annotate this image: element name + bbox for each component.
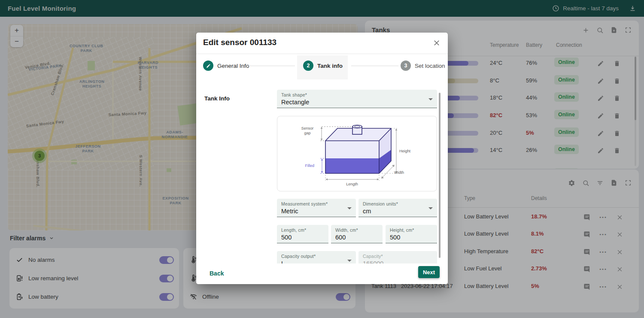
delete-icon[interactable]	[612, 146, 622, 155]
map-label: JEFFERSON PARK	[75, 144, 100, 154]
step-connector	[351, 66, 398, 66]
delete-icon[interactable]	[612, 94, 622, 103]
battery-value: 53%	[526, 112, 537, 118]
download-icon[interactable]	[629, 5, 636, 12]
length-input[interactable]: Length, cm* 500	[277, 225, 328, 243]
modal-scrollbar-thumb[interactable]	[439, 93, 440, 258]
temperature-value: 20°C	[490, 130, 502, 136]
search-icon[interactable]	[581, 178, 590, 188]
comment-icon[interactable]	[582, 247, 592, 257]
diagram-height-label: Height	[399, 149, 411, 153]
status-badge: Online	[554, 110, 579, 119]
step-set-location[interactable]: 3 Set location	[401, 61, 445, 71]
height-input[interactable]: Height, cm* 500	[386, 225, 437, 243]
scrollbar-thumb[interactable]	[635, 57, 636, 120]
close-icon[interactable]	[431, 38, 442, 48]
temperature-value: 24°C	[490, 60, 502, 66]
low-battery-toggle[interactable]	[159, 293, 174, 301]
fullscreen-icon[interactable]	[623, 25, 633, 35]
fullscreen-icon[interactable]	[623, 178, 633, 188]
step-general-info[interactable]: General Info	[203, 61, 249, 71]
status-badge: Online	[554, 127, 579, 137]
filter-label: No alarms	[28, 257, 159, 263]
field-label: Tank shape*	[281, 92, 433, 97]
alarm-details: 5%	[531, 283, 539, 289]
filter-icon[interactable]	[595, 178, 605, 188]
alarm-details: 2.73%	[531, 265, 547, 272]
section-label: Tank Info	[204, 95, 230, 102]
wifi-off-icon	[188, 292, 198, 302]
filter-label: Low battery	[28, 294, 159, 300]
settings-icon[interactable]	[567, 178, 576, 188]
low-level-toggle[interactable]	[159, 275, 174, 282]
dismiss-icon[interactable]	[615, 264, 624, 274]
comment-icon[interactable]	[582, 264, 592, 274]
status-badge: Online	[554, 92, 579, 102]
field-value: 600	[335, 234, 378, 241]
dismiss-icon[interactable]	[615, 247, 624, 257]
fuel-level-bar	[443, 131, 478, 136]
field-label: Measurement system*	[281, 201, 352, 206]
step-label: Set location	[415, 63, 445, 69]
tank-shape-select[interactable]: Tank shape* Rectangle	[277, 90, 437, 108]
dismiss-icon[interactable]	[615, 282, 624, 291]
low-battery-icon	[15, 292, 24, 302]
filter-group-1: No alarms Low remaning level	[9, 248, 179, 309]
more-actions-icon[interactable]: •••	[598, 282, 608, 291]
step-connector	[248, 66, 295, 66]
step-label: Tank info	[317, 63, 343, 69]
dropdown-arrow-icon	[428, 207, 433, 209]
more-actions-icon[interactable]: •••	[598, 212, 608, 222]
battery-value: 76%	[526, 60, 537, 66]
export-icon[interactable]	[609, 25, 619, 35]
zoom-in-button[interactable]: +	[10, 25, 23, 36]
back-button[interactable]: Back	[210, 270, 224, 277]
field-label: Capacity output*	[281, 254, 352, 259]
delete-icon[interactable]	[612, 111, 622, 121]
step-tank-info[interactable]: 2 Tank info	[303, 61, 343, 71]
dismiss-icon[interactable]	[615, 230, 624, 239]
offline-toggle[interactable]	[336, 293, 350, 301]
edit-icon[interactable]	[596, 146, 605, 155]
comment-icon[interactable]	[582, 230, 592, 239]
diagram-gap-label: gap	[304, 131, 310, 135]
timewindow-button[interactable]: Realtime - last 7 days	[552, 5, 619, 12]
delete-icon[interactable]	[612, 129, 622, 138]
zoom-out-button[interactable]: −	[10, 36, 23, 48]
measurement-system-select[interactable]: Measurement system* Metric	[277, 199, 356, 217]
diagram-length-label: Length	[346, 182, 358, 186]
comment-icon[interactable]	[582, 282, 592, 291]
clock-icon	[552, 5, 559, 12]
add-icon[interactable]	[581, 25, 590, 35]
battery-value: 26%	[526, 147, 537, 153]
map-cluster-marker[interactable]: 3	[32, 148, 47, 163]
edit-icon[interactable]	[596, 59, 605, 68]
next-button[interactable]: Next	[418, 266, 440, 278]
more-actions-icon[interactable]: •••	[598, 247, 608, 257]
edit-icon[interactable]	[596, 129, 605, 138]
dimension-units-select[interactable]: Dimension units* cm	[358, 199, 437, 217]
edit-icon[interactable]	[596, 76, 605, 86]
filter-row-offline: Offline	[183, 289, 355, 305]
more-actions-icon[interactable]: •••	[598, 230, 608, 239]
map-zoom-control: + −	[10, 25, 23, 47]
export-icon[interactable]	[609, 178, 619, 188]
delete-icon[interactable]	[612, 76, 622, 86]
filter-alarms-toggle[interactable]: Filter alarms	[10, 235, 54, 242]
filter-row-low-battery: Low battery	[9, 289, 179, 305]
delete-icon[interactable]	[612, 59, 622, 68]
status-badge: Online	[554, 145, 579, 154]
filter-label: Offline	[202, 294, 336, 300]
app-root: Fuel Level Monitoring Realtime - last 7 …	[0, 0, 644, 318]
comment-icon[interactable]	[582, 212, 592, 222]
dropdown-arrow-icon	[347, 207, 352, 209]
search-icon[interactable]	[595, 25, 605, 35]
edit-icon[interactable]	[596, 111, 605, 121]
column-header-connection: Connection	[556, 42, 582, 48]
no-alarms-toggle[interactable]	[159, 256, 174, 264]
width-input[interactable]: Width, cm* 600	[331, 225, 383, 243]
edit-icon[interactable]	[596, 94, 605, 103]
field-label: Height, cm*	[390, 227, 433, 233]
more-actions-icon[interactable]: •••	[598, 264, 608, 274]
dismiss-icon[interactable]	[615, 212, 624, 222]
